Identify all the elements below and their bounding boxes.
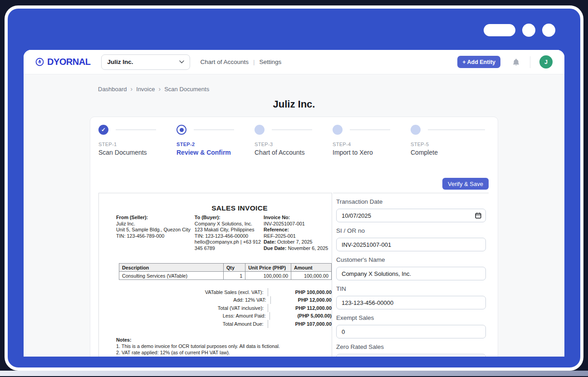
- step-active-circle: [176, 125, 186, 135]
- cell-amount: 100,000.00: [291, 272, 331, 280]
- field-label: Zero Rated Sales: [336, 343, 486, 350]
- step-id: STEP-5: [411, 142, 489, 147]
- total-value: PHP 107,000.00: [295, 321, 332, 327]
- step-id: STEP-1: [98, 142, 176, 147]
- browser-frame: DYORNAL Juliz Inc. Chart of Accounts | S…: [5, 5, 583, 371]
- stepper-step-review-confirm[interactable]: STEP-2 Review & Confirm: [176, 125, 255, 156]
- nav-settings[interactable]: Settings: [259, 59, 281, 65]
- entity-selector[interactable]: Juliz Inc.: [101, 54, 190, 70]
- desktop-bottom-strip: [0, 371, 588, 376]
- exempt-sales-input[interactable]: [336, 325, 486, 338]
- add-entity-button[interactable]: + Add Entity: [457, 56, 500, 68]
- total-value: PHP 100,000.00: [295, 289, 332, 295]
- invoice-date-line: Date:October 7, 2025: [264, 239, 332, 245]
- total-value: (PHP 5,000.00): [297, 313, 332, 318]
- step-id: STEP-2: [176, 142, 255, 147]
- totals-divider: [268, 288, 268, 296]
- transaction-date-input[interactable]: [336, 209, 486, 222]
- notes-line: 1. This is a demo invoice for OCR tutori…: [116, 343, 332, 349]
- logo[interactable]: DYORNAL: [35, 57, 90, 67]
- header-divider: [530, 56, 530, 68]
- buyer-heading: To (Buyer):: [195, 215, 264, 221]
- invoice-parties: From (Seller): Juliz Inc. Unit 5, Sample…: [116, 215, 332, 251]
- totals-divider: [270, 312, 270, 320]
- invoice-totals: VATable Sales (excl. VAT): PHP 100,000.0…: [116, 288, 332, 328]
- si-or-no-input[interactable]: [336, 238, 486, 251]
- window-control-pill: [484, 24, 515, 36]
- totals-divider: [268, 320, 268, 328]
- stepper-connector: [272, 129, 312, 130]
- field-label: TIN: [336, 285, 486, 292]
- col-description: Description: [119, 264, 224, 272]
- field-tin: TIN: [336, 285, 486, 309]
- breadcrumb-invoice[interactable]: Invoice: [136, 86, 155, 93]
- total-label: Add: 12% VAT:: [116, 297, 266, 303]
- field-label: SI / OR no: [336, 227, 486, 234]
- tin-input[interactable]: [336, 296, 486, 309]
- customer-name-input[interactable]: [336, 267, 486, 280]
- field-customer-name: Customer's Name: [336, 256, 486, 280]
- total-row: Less: Amount Paid: (PHP 5,000.00): [116, 312, 332, 320]
- reference-label: Reference:: [264, 227, 332, 233]
- breadcrumb: Dashboard › Invoice › Scan Documents: [90, 74, 498, 93]
- total-label: Total Amount Due:: [116, 321, 264, 327]
- page-body: Dashboard › Invoice › Scan Documents Jul…: [24, 74, 564, 357]
- step-name: Review & Confirm: [176, 149, 255, 156]
- stepper-step-chart-of-accounts[interactable]: STEP-3 Chart of Accounts: [255, 125, 333, 156]
- invoice-meta-block: Invoice No: INV-20251007-001 Reference: …: [264, 215, 332, 251]
- verify-save-button[interactable]: Verify & Save: [442, 178, 489, 190]
- total-row: VATable Sales (excl. VAT): PHP 100,000.0…: [116, 288, 332, 296]
- stepper-step-import-to-xero[interactable]: STEP-4 Import to Xero: [333, 125, 411, 156]
- total-label: VATable Sales (excl. VAT):: [116, 289, 264, 295]
- app-window: DYORNAL Juliz Inc. Chart of Accounts | S…: [24, 50, 564, 357]
- invoice-buyer-block: To (Buyer): Company X Solutions, Inc. 12…: [195, 215, 264, 251]
- invoice-seller-block: From (Seller): Juliz Inc. Unit 5, Sample…: [116, 215, 195, 251]
- stepper-connector: [350, 129, 390, 130]
- breadcrumb-dashboard[interactable]: Dashboard: [98, 86, 127, 93]
- field-zero-rated-sales: Zero Rated Sales: [336, 343, 486, 357]
- notification-bell-icon[interactable]: [512, 58, 520, 66]
- stepper-connector: [194, 129, 234, 130]
- stepper: ✓ STEP-1 Scan Documents: [98, 125, 489, 156]
- notes-heading: Notes:: [116, 337, 332, 343]
- nav-separator: |: [253, 59, 255, 65]
- stepper-step-complete[interactable]: STEP-5 Complete: [411, 125, 489, 156]
- window-control-circle-2: [542, 24, 555, 37]
- invoice-due-date-line: Due Date:November 6, 2025: [264, 245, 332, 252]
- buyer-line: 123 Makati City, Philippines: [195, 227, 264, 233]
- stepper-step-scan-documents[interactable]: ✓ STEP-1 Scan Documents: [98, 125, 176, 156]
- table-row: Consulting Services (VATable) 1 100,000.…: [119, 272, 332, 280]
- invoice-no-value: INV-20251007-001: [264, 221, 332, 227]
- step-todo-circle: [255, 125, 265, 135]
- invoice-notes: Notes: 1. This is a demo invoice for OCR…: [116, 337, 332, 356]
- totals-divider: [268, 304, 268, 312]
- entity-selector-value: Juliz Inc.: [107, 59, 133, 65]
- cell-unit-price: 100,000.00: [245, 272, 291, 280]
- action-row: Verify & Save: [98, 178, 489, 190]
- buyer-line: hello@companyx.ph | +63 912 345 6789: [195, 239, 264, 251]
- breadcrumb-separator: ›: [131, 85, 133, 93]
- seller-heading: From (Seller):: [116, 215, 195, 221]
- step-name: Scan Documents: [98, 149, 176, 156]
- app-header: DYORNAL Juliz Inc. Chart of Accounts | S…: [24, 50, 564, 74]
- step-todo-circle: [333, 125, 343, 135]
- total-label: Total (VAT inclusive):: [116, 305, 264, 311]
- avatar[interactable]: J: [539, 55, 553, 69]
- step-done-circle: ✓: [98, 125, 108, 135]
- breadcrumb-separator: ›: [158, 85, 161, 93]
- nav-chart-of-accounts[interactable]: Chart of Accounts: [200, 59, 249, 65]
- invoice-document-preview: SALES INVOICE From (Seller): Juliz Inc. …: [98, 193, 332, 357]
- col-unit-price: Unit Price (PHP): [245, 264, 291, 272]
- zero-rated-sales-input[interactable]: [336, 354, 486, 357]
- step-name: Complete: [411, 149, 489, 156]
- step-id: STEP-4: [333, 142, 411, 147]
- field-si-or-no: SI / OR no: [336, 227, 486, 251]
- seller-line: TIN: 123-456-789-000: [116, 233, 195, 240]
- stepper-connector: [116, 129, 156, 130]
- review-content: SALES INVOICE From (Seller): Juliz Inc. …: [98, 193, 489, 357]
- seller-line: Juliz Inc.: [116, 221, 195, 227]
- total-row: Total Amount Due: PHP 107,000.00: [116, 320, 332, 328]
- reference-value: REF-2025-001: [264, 233, 332, 240]
- field-exempt-sales: Exempt Sales: [336, 314, 486, 338]
- breadcrumb-scan-documents[interactable]: Scan Documents: [164, 86, 209, 93]
